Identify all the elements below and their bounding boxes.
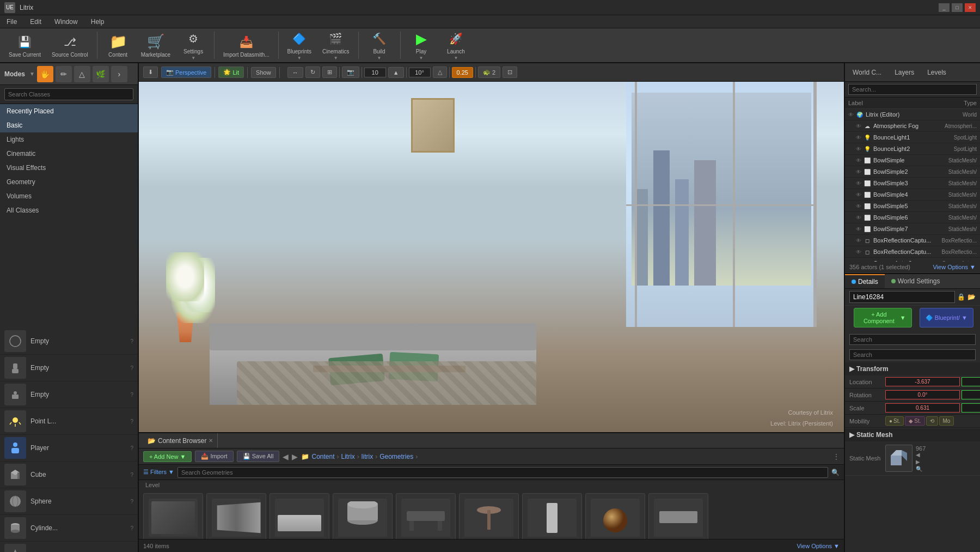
sm-browse-arrow[interactable]: 🔍 (916, 466, 926, 472)
outliner-item-bowl2[interactable]: 👁 ⬜ BowlSimple2 StaticMesh/ (845, 166, 980, 178)
placement-help-4[interactable]: ? (130, 418, 133, 424)
minimize-button[interactable]: _ (939, 3, 950, 12)
layers-tab[interactable]: Layers (890, 66, 918, 78)
cb-item-5[interactable] (459, 493, 519, 539)
placement-help-2[interactable]: ? (130, 365, 133, 371)
forward-button[interactable]: ▶ (292, 452, 298, 461)
outliner-item-cam2[interactable]: 👁 📷 CameraActor2 CameraActo... (845, 258, 980, 262)
maximize-viewport-button[interactable]: ⊡ (503, 66, 517, 78)
maximize-button[interactable]: □ (952, 3, 963, 12)
save-all-button[interactable]: 💾 Save All (237, 451, 280, 462)
mobility-stationary-button[interactable]: ◆St. (905, 416, 924, 426)
breadcrumb-content[interactable]: Content (311, 453, 334, 460)
mode-foliage-button[interactable]: 🌿 (93, 66, 109, 82)
cb-item-4[interactable] (396, 493, 456, 539)
vis-icon-atmos[interactable]: 👁 (856, 123, 861, 129)
blueprint-button[interactable]: 🔷 Blueprint/ ▼ (920, 308, 973, 327)
placement-item-empty2[interactable]: Empty ? (0, 355, 138, 381)
mode-landscape-button[interactable]: △ (74, 66, 90, 82)
menu-help[interactable]: Help (89, 18, 107, 26)
category-cinematic[interactable]: Cinematic (0, 147, 138, 161)
placement-help-1[interactable]: ? (130, 338, 133, 344)
viewport[interactable]: Courtesy of Litrix Level: Litrix (Persis… (139, 82, 844, 432)
menu-window[interactable]: Window (52, 18, 80, 26)
placement-item-empty3[interactable]: Empty ? (0, 381, 138, 408)
outliner-search-input[interactable] (848, 84, 977, 95)
sm-forward-arrow[interactable]: ▶ (916, 459, 926, 465)
outliner-item-bowl4[interactable]: 👁 ⬜ BowlSimple4 StaticMesh/ (845, 189, 980, 201)
menu-file[interactable]: File (4, 18, 19, 26)
build-button[interactable]: 🔨 Build ▼ (363, 28, 396, 63)
camera-speed-value-button[interactable]: 🐢 2 (478, 66, 500, 78)
vis-icon-litrix[interactable]: 👁 (848, 112, 854, 118)
launch-button[interactable]: 🚀 Launch ▼ (440, 28, 473, 63)
scale-snap-button[interactable]: 0.25 (452, 67, 473, 78)
category-visual-effects[interactable]: Visual Effects (0, 161, 138, 175)
outliner-item-bounce2[interactable]: 👁 💡 BounceLight2 SpotLight (845, 143, 980, 155)
cb-item-1[interactable] (206, 493, 266, 539)
show-button[interactable]: Show (251, 67, 276, 78)
menu-edit[interactable]: Edit (28, 18, 44, 26)
cb-item-3[interactable] (333, 493, 393, 539)
world-settings-tab[interactable]: World Settings (885, 274, 947, 288)
outliner-item-bowl5[interactable]: 👁 ⬜ BowlSimple5 StaticMesh/ (845, 201, 980, 212)
vis-icon-bowl2[interactable]: 👁 (856, 169, 861, 175)
snap-angle-button[interactable]: △ (433, 66, 447, 78)
placement-item-player[interactable]: Player ? (0, 435, 138, 462)
placement-item-point-light[interactable]: Point L... ? (0, 408, 138, 435)
vis-icon-bowl3[interactable]: 👁 (856, 180, 861, 186)
save-current-button[interactable]: 💾 Save Current (4, 31, 45, 60)
vis-icon-boxrefl2[interactable]: 👁 (856, 249, 861, 255)
cb-view-options-button[interactable]: View Options ▼ (797, 543, 840, 549)
breadcrumb-litrix2[interactable]: litrix (362, 453, 373, 460)
browse-icon[interactable]: 📂 (967, 293, 976, 301)
placement-help-3[interactable]: ? (130, 392, 133, 398)
lock-icon[interactable]: 🔒 (957, 293, 965, 301)
lit-button[interactable]: 🌟Lit (218, 66, 244, 78)
outliner-item-boxrefl2[interactable]: 👁 ◻ BoxReflectionCaptu... BoxReflectio..… (845, 246, 980, 258)
search-classes-input[interactable] (4, 88, 133, 100)
cb-item-7[interactable] (585, 493, 645, 539)
placement-item-sphere[interactable]: Sphere ? (0, 488, 138, 515)
cb-search-input[interactable] (177, 467, 828, 478)
placement-item-cube[interactable]: Cube ? (0, 462, 138, 488)
vis-icon-bowl4[interactable]: 👁 (856, 192, 861, 198)
scale-y[interactable] (961, 403, 980, 413)
vis-icon-bowl7[interactable]: 👁 (856, 226, 861, 232)
vis-icon-bounce2[interactable]: 👁 (856, 146, 861, 152)
grid-size-button[interactable]: ▲ (388, 67, 404, 78)
perspective-button[interactable]: 📷Perspective (161, 66, 211, 78)
mode-select-button[interactable]: 🖐 (37, 66, 53, 82)
mobility-reset-button[interactable]: ⟲ (926, 416, 938, 426)
category-recently-placed[interactable]: Recently Placed (0, 104, 138, 118)
cb-search-icon[interactable]: 🔍 (831, 469, 840, 476)
outliner-item-bounce1[interactable]: 👁 💡 BounceLight1 SpotLight (845, 132, 980, 143)
world-tab[interactable]: World C... (848, 66, 886, 78)
add-component-button[interactable]: + Add Component ▼ (854, 308, 912, 327)
transform-section-title[interactable]: ▶ Transform (845, 362, 980, 375)
content-button[interactable]: 📁 Content (102, 31, 134, 60)
placement-item-empty1[interactable]: Empty ? (0, 328, 138, 355)
cb-item-6[interactable] (522, 493, 582, 539)
vis-icon-boxrefl1[interactable]: 👁 (856, 238, 861, 244)
outliner-item-litrix[interactable]: 👁 🌍 Litrix (Editor) World (845, 109, 980, 120)
details-search-2[interactable] (849, 349, 976, 360)
cb-item-2[interactable] (270, 493, 329, 539)
mobility-movable-button[interactable]: Mo (939, 416, 954, 426)
vis-icon-bowl5[interactable]: 👁 (856, 203, 861, 209)
location-x[interactable] (885, 377, 960, 386)
breadcrumb-litrix[interactable]: Litrix (341, 453, 355, 460)
outliner-item-boxrefl1[interactable]: 👁 ◻ BoxReflectionCaptu... BoxReflectio..… (845, 235, 980, 246)
add-new-button[interactable]: + Add New ▼ (143, 451, 192, 462)
outliner-item-bowl1[interactable]: 👁 ⬜ BowlSimple StaticMesh/ (845, 155, 980, 166)
cb-filter-toggle[interactable]: ☰ Filters ▼ (143, 469, 174, 476)
location-y[interactable] (961, 377, 980, 386)
play-button[interactable]: ▶ Play ▼ (405, 28, 438, 63)
mode-more-button[interactable]: › (111, 66, 127, 82)
details-search-1[interactable] (849, 334, 976, 345)
placement-item-cone[interactable]: Cone ? (0, 542, 138, 552)
static-mesh-section-title[interactable]: ▶ Static Mesh (845, 428, 980, 441)
content-browser-more[interactable]: ⋮ (833, 453, 840, 460)
content-browser-tab-close[interactable]: ✕ (209, 438, 213, 444)
back-button[interactable]: ◀ (283, 452, 289, 461)
